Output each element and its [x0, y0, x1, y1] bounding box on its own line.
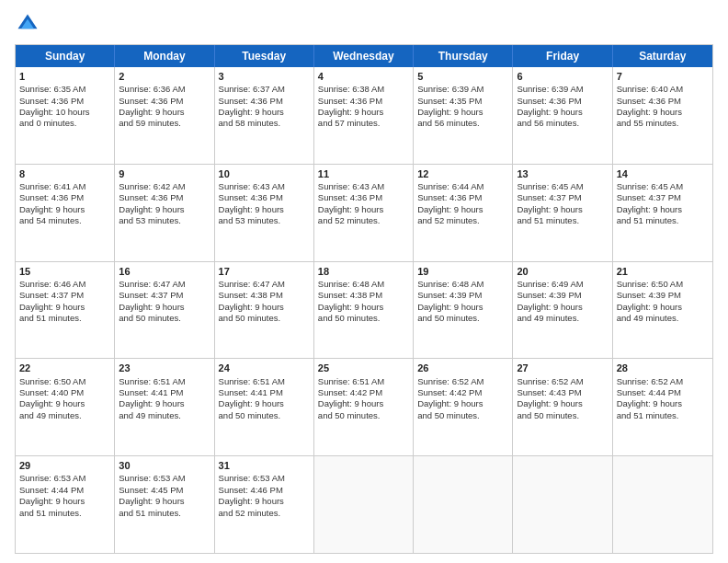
day-info-line: Sunset: 4:42 PM [417, 387, 508, 398]
day-number: 31 [219, 459, 310, 472]
day-cell-1: 1Sunrise: 6:35 AMSunset: 4:36 PMDaylight… [16, 67, 115, 164]
day-info-line: Sunset: 4:37 PM [517, 192, 608, 203]
day-number: 26 [417, 362, 508, 374]
day-info-line: Sunset: 4:44 PM [19, 485, 110, 496]
calendar-body: 1Sunrise: 6:35 AMSunset: 4:36 PMDaylight… [16, 67, 712, 553]
day-info-line: and 49 minutes. [19, 410, 110, 421]
day-info-line: and 51 minutes. [617, 410, 709, 421]
day-cell-2: 2Sunrise: 6:36 AMSunset: 4:36 PMDaylight… [115, 67, 214, 164]
day-info-line: and 54 minutes. [19, 215, 110, 226]
day-number: 24 [219, 362, 310, 374]
day-cell-22: 22Sunrise: 6:50 AMSunset: 4:40 PMDayligh… [16, 359, 115, 455]
day-info-line: and 50 minutes. [417, 410, 508, 421]
day-cell-20: 20Sunrise: 6:49 AMSunset: 4:39 PMDayligh… [513, 262, 612, 359]
day-info-line: Sunrise: 6:50 AM [19, 376, 110, 387]
day-cell-5: 5Sunrise: 6:39 AMSunset: 4:35 PMDaylight… [414, 67, 513, 164]
day-number: 23 [119, 362, 210, 374]
empty-cell [414, 456, 513, 553]
day-info-line: Sunrise: 6:48 AM [417, 279, 508, 290]
calendar-row-5: 29Sunrise: 6:53 AMSunset: 4:44 PMDayligh… [16, 456, 712, 553]
day-info-line: and 56 minutes. [417, 118, 508, 129]
day-info-line: Sunset: 4:39 PM [617, 290, 709, 301]
day-cell-11: 11Sunrise: 6:43 AMSunset: 4:36 PMDayligh… [314, 165, 414, 261]
day-cell-6: 6Sunrise: 6:39 AMSunset: 4:36 PMDaylight… [513, 67, 612, 164]
day-info-line: Daylight: 9 hours [19, 496, 110, 507]
day-info-line: Daylight: 9 hours [19, 204, 110, 215]
day-info-line: Sunrise: 6:41 AM [19, 181, 110, 192]
day-info-line: Sunrise: 6:45 AM [517, 181, 608, 192]
day-info-line: Sunset: 4:36 PM [318, 96, 409, 107]
day-info-line: Sunset: 4:36 PM [19, 192, 110, 203]
day-number: 4 [318, 70, 409, 83]
page: SundayMondayTuesdayWednesdayThursdayFrid… [0, 0, 728, 563]
day-info-line: Daylight: 10 hours [19, 107, 110, 118]
day-cell-31: 31Sunrise: 6:53 AMSunset: 4:46 PMDayligh… [215, 456, 314, 553]
day-info-line: and 58 minutes. [219, 118, 310, 129]
day-info-line: Daylight: 9 hours [219, 204, 310, 215]
day-info-line: and 52 minutes. [318, 215, 409, 226]
day-number: 2 [119, 70, 210, 83]
day-cell-10: 10Sunrise: 6:43 AMSunset: 4:36 PMDayligh… [215, 165, 314, 261]
day-info-line: Sunset: 4:45 PM [119, 485, 210, 496]
day-info-line: Sunset: 4:38 PM [318, 290, 409, 301]
day-cell-28: 28Sunrise: 6:52 AMSunset: 4:44 PMDayligh… [613, 359, 712, 455]
day-info-line: and 50 minutes. [318, 313, 409, 324]
day-info-line: Daylight: 9 hours [417, 107, 508, 118]
day-info-line: Sunset: 4:41 PM [119, 387, 210, 398]
day-info-line: and 55 minutes. [617, 118, 709, 129]
empty-cell [613, 456, 712, 553]
day-info-line: Sunrise: 6:35 AM [19, 84, 110, 95]
day-info-line: Sunrise: 6:46 AM [19, 279, 110, 290]
day-info-line: Daylight: 9 hours [517, 107, 608, 118]
day-info-line: Daylight: 9 hours [219, 496, 310, 507]
day-cell-19: 19Sunrise: 6:48 AMSunset: 4:39 PMDayligh… [414, 262, 513, 359]
header-day-saturday: Saturday [613, 45, 712, 67]
day-info-line: Sunset: 4:43 PM [517, 387, 608, 398]
day-number: 29 [19, 459, 110, 472]
day-cell-14: 14Sunrise: 6:45 AMSunset: 4:37 PMDayligh… [613, 165, 712, 261]
day-info-line: Sunrise: 6:51 AM [219, 376, 310, 387]
day-info-line: Sunrise: 6:52 AM [517, 376, 608, 387]
day-info-line: Sunset: 4:36 PM [318, 192, 409, 203]
calendar: SundayMondayTuesdayWednesdayThursdayFrid… [15, 44, 713, 554]
header-day-thursday: Thursday [414, 45, 513, 67]
day-cell-27: 27Sunrise: 6:52 AMSunset: 4:43 PMDayligh… [513, 359, 612, 455]
day-info-line: Sunset: 4:37 PM [617, 192, 709, 203]
day-info-line: Sunset: 4:36 PM [417, 192, 508, 203]
day-info-line: and 0 minutes. [19, 118, 110, 129]
day-info-line: and 50 minutes. [219, 410, 310, 421]
day-info-line: Sunrise: 6:52 AM [617, 376, 709, 387]
calendar-row-2: 8Sunrise: 6:41 AMSunset: 4:36 PMDaylight… [16, 165, 712, 262]
day-info-line: Daylight: 9 hours [318, 204, 409, 215]
empty-cell [314, 456, 414, 553]
day-info-line: and 57 minutes. [318, 118, 409, 129]
day-info-line: Sunrise: 6:37 AM [219, 84, 310, 95]
day-number: 7 [617, 70, 709, 83]
day-info-line: Sunrise: 6:43 AM [318, 181, 409, 192]
day-info-line: Sunrise: 6:40 AM [617, 84, 709, 95]
day-cell-21: 21Sunrise: 6:50 AMSunset: 4:39 PMDayligh… [613, 262, 712, 359]
day-info-line: Sunset: 4:37 PM [119, 290, 210, 301]
day-cell-12: 12Sunrise: 6:44 AMSunset: 4:36 PMDayligh… [414, 165, 513, 261]
day-cell-7: 7Sunrise: 6:40 AMSunset: 4:36 PMDaylight… [613, 67, 712, 164]
day-info-line: Sunrise: 6:39 AM [517, 84, 608, 95]
header [15, 11, 713, 37]
day-cell-18: 18Sunrise: 6:48 AMSunset: 4:38 PMDayligh… [314, 262, 414, 359]
day-info-line: Daylight: 9 hours [318, 107, 409, 118]
day-cell-15: 15Sunrise: 6:46 AMSunset: 4:37 PMDayligh… [16, 262, 115, 359]
day-number: 25 [318, 362, 409, 374]
day-number: 19 [417, 265, 508, 278]
day-info-line: Sunrise: 6:53 AM [19, 473, 110, 484]
day-number: 1 [19, 70, 110, 83]
day-number: 8 [19, 167, 110, 180]
day-info-line: Daylight: 9 hours [19, 302, 110, 313]
day-info-line: Sunset: 4:36 PM [219, 96, 310, 107]
day-info-line: Sunrise: 6:44 AM [417, 181, 508, 192]
day-info-line: and 50 minutes. [318, 410, 409, 421]
day-info-line: and 51 minutes. [517, 215, 608, 226]
day-info-line: Sunset: 4:35 PM [417, 96, 508, 107]
day-cell-24: 24Sunrise: 6:51 AMSunset: 4:41 PMDayligh… [215, 359, 314, 455]
day-info-line: Daylight: 9 hours [318, 398, 409, 409]
day-info-line: Sunrise: 6:39 AM [417, 84, 508, 95]
day-info-line: Sunrise: 6:53 AM [119, 473, 210, 484]
